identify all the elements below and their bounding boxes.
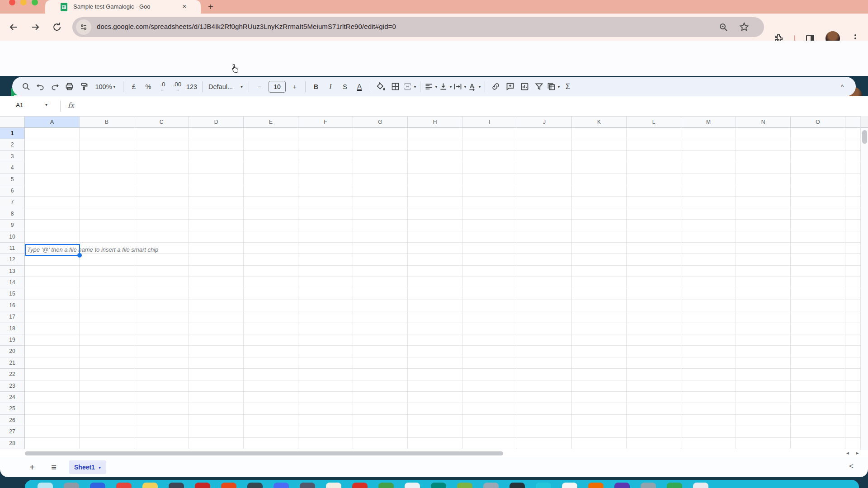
cell-E4[interactable] <box>244 162 298 174</box>
create-filter-icon[interactable] <box>532 80 546 94</box>
cell-M4[interactable] <box>681 162 736 174</box>
cell-F5[interactable] <box>298 174 353 185</box>
fx-icon[interactable]: fx <box>68 101 74 109</box>
merge-cells-icon[interactable]: ▾ <box>402 80 417 94</box>
cell-H14[interactable] <box>408 277 462 288</box>
cell-G23[interactable] <box>353 380 408 392</box>
print-icon[interactable] <box>62 80 76 94</box>
cell-B5[interactable] <box>80 174 134 185</box>
table-views-icon[interactable]: ▾ <box>546 80 561 94</box>
row-header-6[interactable]: 6 <box>0 185 25 197</box>
cell-M21[interactable] <box>681 357 736 369</box>
cell-C13[interactable] <box>134 266 189 277</box>
cell-A6[interactable] <box>25 185 80 197</box>
cell-G8[interactable] <box>353 208 408 220</box>
cell-D10[interactable] <box>189 231 244 243</box>
cell-O16[interactable] <box>791 300 845 311</box>
cell-D24[interactable] <box>189 392 244 403</box>
cell-D26[interactable] <box>189 415 244 426</box>
cell-J25[interactable] <box>517 403 572 414</box>
cell-D17[interactable] <box>189 311 244 323</box>
cell-M16[interactable] <box>681 300 736 311</box>
horizontal-scrollbar[interactable]: ◂ ▸ <box>0 450 868 457</box>
cell-K6[interactable] <box>572 185 627 197</box>
scroll-left-icon[interactable]: ◂ <box>846 450 849 456</box>
cell-L9[interactable] <box>627 220 681 231</box>
cell-I22[interactable] <box>462 369 517 380</box>
cell-J11[interactable] <box>517 243 572 254</box>
cell-N16[interactable] <box>736 300 791 311</box>
cell-N25[interactable] <box>736 403 791 414</box>
cell-F19[interactable] <box>298 334 353 346</box>
cell-E6[interactable] <box>244 185 298 197</box>
cell-D23[interactable] <box>189 380 244 392</box>
cell-F1[interactable] <box>298 128 353 139</box>
cell-C15[interactable] <box>134 288 189 300</box>
cell-L3[interactable] <box>627 151 681 162</box>
cell-H13[interactable] <box>408 266 462 277</box>
cell-E8[interactable] <box>244 208 298 220</box>
browser-tab[interactable]: Sample test Gamalogic - Goo × <box>45 0 201 14</box>
cell-C18[interactable] <box>134 323 189 334</box>
cell-H24[interactable] <box>408 392 462 403</box>
cell-F13[interactable] <box>298 266 353 277</box>
text-rotation-icon[interactable]: ▾ <box>467 80 481 94</box>
column-header-E[interactable]: E <box>244 116 298 128</box>
cell-O26[interactable] <box>791 415 845 426</box>
cell-N15[interactable] <box>736 288 791 300</box>
cell-O11[interactable] <box>791 243 845 254</box>
cell-M15[interactable] <box>681 288 736 300</box>
cell-E7[interactable] <box>244 197 298 208</box>
cell-D25[interactable] <box>189 403 244 414</box>
increase-font-size-button[interactable]: + <box>288 80 302 94</box>
dock-icon-6[interactable] <box>169 483 184 488</box>
cell-O6[interactable] <box>791 185 845 197</box>
cell-I21[interactable] <box>462 357 517 369</box>
cell-A7[interactable] <box>25 197 80 208</box>
cell-O18[interactable] <box>791 323 845 334</box>
cell-J10[interactable] <box>517 231 572 243</box>
cell-A22[interactable] <box>25 369 80 380</box>
cell-J14[interactable] <box>517 277 572 288</box>
cell-E10[interactable] <box>244 231 298 243</box>
cell-O3[interactable] <box>791 151 845 162</box>
dock-icon-18[interactable] <box>483 483 499 488</box>
cell-M17[interactable] <box>681 311 736 323</box>
url-text[interactable]: docs.google.com/spreadsheets/d/1JB4Ik2Rf… <box>97 23 396 30</box>
dock-icon-1[interactable] <box>38 483 53 488</box>
cell-A16[interactable] <box>25 300 80 311</box>
row-header-26[interactable]: 26 <box>0 415 25 426</box>
cell-K1[interactable] <box>572 128 627 139</box>
horizontal-align-icon[interactable]: ▾ <box>424 80 438 94</box>
cell-C7[interactable] <box>134 197 189 208</box>
column-header-N[interactable]: N <box>736 116 791 128</box>
cell-D4[interactable] <box>189 162 244 174</box>
cell-C8[interactable] <box>134 208 189 220</box>
dock-icon-17[interactable] <box>457 483 472 488</box>
cell-K9[interactable] <box>572 220 627 231</box>
cell-F20[interactable] <box>298 346 353 357</box>
cell-A26[interactable] <box>25 415 80 426</box>
cell-E12[interactable] <box>244 254 298 265</box>
cell-B19[interactable] <box>80 334 134 346</box>
cell-C28[interactable] <box>134 438 189 449</box>
cell-F23[interactable] <box>298 380 353 392</box>
cell-G20[interactable] <box>353 346 408 357</box>
cell-B26[interactable] <box>80 415 134 426</box>
cell-B13[interactable] <box>80 266 134 277</box>
cell-J23[interactable] <box>517 380 572 392</box>
cell-J19[interactable] <box>517 334 572 346</box>
insert-link-icon[interactable] <box>488 80 503 94</box>
text-wrap-icon[interactable]: ▾ <box>453 80 467 94</box>
cell-F12[interactable] <box>298 254 353 265</box>
cell-D27[interactable] <box>189 426 244 437</box>
cell-L10[interactable] <box>627 231 681 243</box>
cell-N21[interactable] <box>736 357 791 369</box>
cell-N12[interactable] <box>736 254 791 265</box>
cell-K11[interactable] <box>572 243 627 254</box>
window-zoom-button[interactable] <box>32 0 38 5</box>
tab-close-icon[interactable]: × <box>180 2 189 11</box>
add-sheet-icon[interactable]: + <box>27 462 37 472</box>
column-header-B[interactable]: B <box>80 116 134 128</box>
cell-C3[interactable] <box>134 151 189 162</box>
